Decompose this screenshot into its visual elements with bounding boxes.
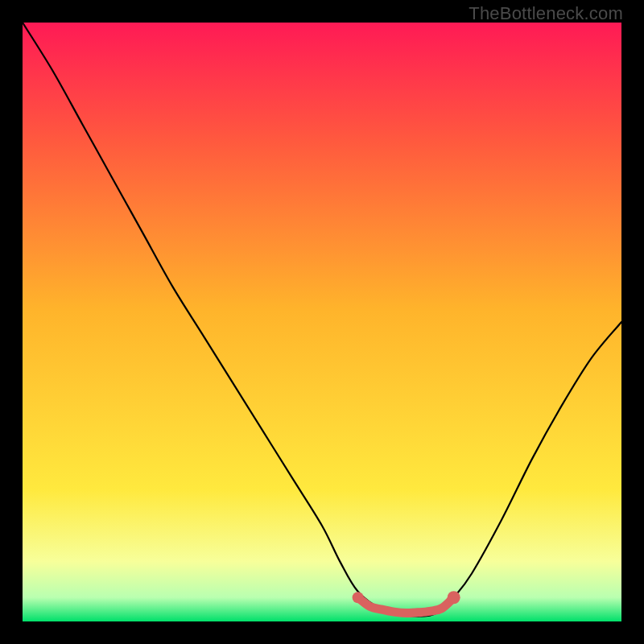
optimal-band-end-dot — [448, 591, 460, 604]
chart-svg — [23, 23, 621, 621]
optimal-band-start-dot — [353, 592, 364, 603]
chart-stage: TheBottleneck.com — [0, 0, 644, 644]
plot-area — [23, 23, 621, 621]
watermark-text: TheBottleneck.com — [469, 3, 623, 24]
heatmap-background — [23, 23, 621, 621]
